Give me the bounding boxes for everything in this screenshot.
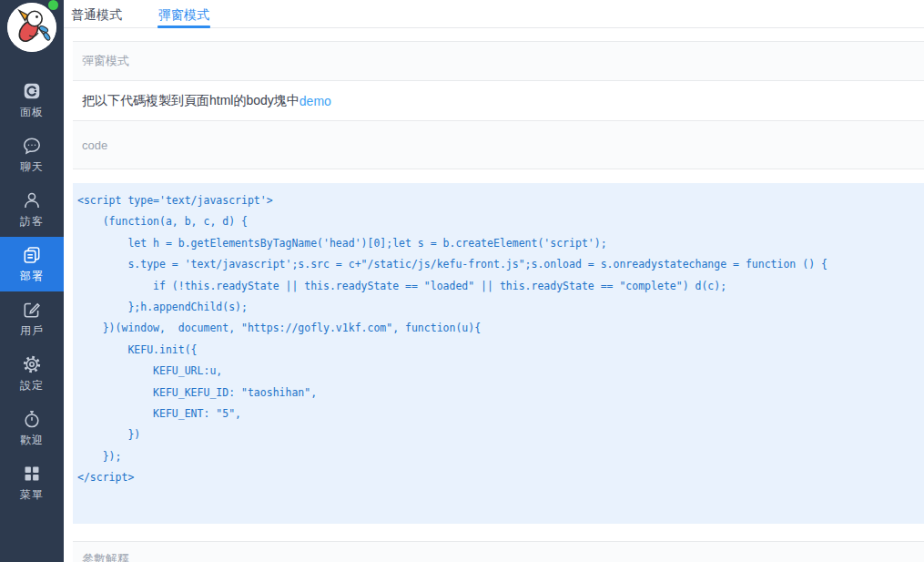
tab-popup-mode[interactable]: 彈窗模式: [158, 7, 209, 27]
sidebar-item-chat[interactable]: 聊天: [0, 128, 64, 182]
sidebar-item-panel[interactable]: 面板: [0, 73, 64, 128]
sidebar: 面板 聊天 訪客: [0, 0, 64, 562]
sidebar-item-label: 設定: [20, 378, 44, 393]
instruction-row: 把以下代碼複製到頁面html的body塊中demo: [73, 81, 924, 121]
sidebar-item-label: 菜單: [20, 487, 44, 503]
menu-grid-icon: [22, 464, 42, 484]
user-edit-icon: [22, 300, 42, 320]
main-content: 普通模式 彈窗模式 彈窗模式 把以下代碼複製到頁面html的body塊中demo…: [64, 0, 924, 562]
deploy-panel: 彈窗模式 把以下代碼複製到頁面html的body塊中demo code <scr…: [73, 41, 924, 562]
chat-icon: [22, 136, 42, 156]
avatar-wrap: [0, 0, 64, 56]
instruction-text: 把以下代碼複製到頁面html的body塊中: [82, 93, 300, 109]
section-title-popup-mode: 彈窗模式: [73, 42, 924, 81]
welcome-icon: [22, 409, 42, 429]
deploy-icon: [22, 245, 42, 265]
sidebar-item-visitors[interactable]: 訪客: [0, 182, 64, 237]
tab-normal-mode[interactable]: 普通模式: [71, 7, 122, 27]
sidebar-item-label: 聊天: [20, 159, 44, 175]
code-label: code: [73, 121, 924, 169]
mode-tabbar: 普通模式 彈窗模式: [64, 0, 924, 28]
demo-link[interactable]: demo: [300, 94, 331, 108]
sidebar-item-label: 訪客: [20, 214, 44, 230]
sidebar-item-welcome[interactable]: 歡迎: [0, 401, 64, 455]
deploy-code-snippet[interactable]: <script type='text/javascript'> (functio…: [73, 183, 924, 524]
sidebar-item-label: 部署: [20, 269, 44, 284]
bird-logo-icon: [7, 3, 56, 52]
avatar[interactable]: [7, 3, 56, 52]
sidebar-item-settings[interactable]: 設定: [0, 346, 64, 401]
sidebar-item-users[interactable]: 用戶: [0, 291, 64, 346]
sidebar-item-label: 面板: [20, 105, 44, 120]
sidebar-item-label: 用戶: [20, 323, 44, 339]
sidebar-item-menu[interactable]: 菜單: [0, 455, 64, 510]
section-title-params: 參數解釋: [73, 542, 924, 562]
code-area: <script type='text/javascript'> (functio…: [73, 169, 924, 542]
sidebar-item-label: 歡迎: [20, 433, 44, 448]
settings-icon: [22, 354, 42, 374]
sidebar-item-deploy[interactable]: 部署: [0, 237, 64, 291]
sidebar-menu: 面板 聊天 訪客: [0, 73, 64, 510]
visitor-icon: [22, 190, 42, 210]
dashboard-icon: [22, 81, 42, 101]
online-status-dot: [48, 0, 58, 10]
